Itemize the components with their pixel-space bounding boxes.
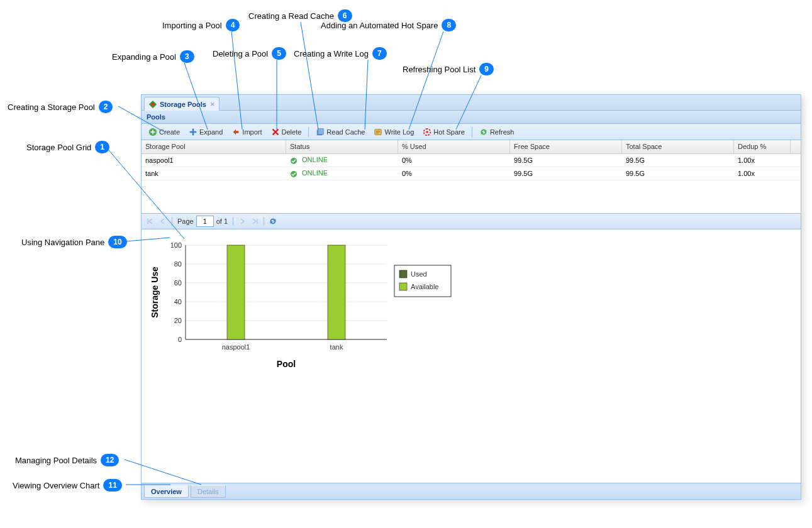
create-icon — [148, 128, 157, 136]
callout-badge: 4 — [226, 19, 240, 31]
import-button[interactable]: Import — [228, 126, 265, 138]
callout-badge: 10 — [108, 236, 126, 248]
delete-icon — [271, 128, 280, 136]
svg-text:60: 60 — [174, 279, 182, 287]
callout-label: Importing a Pool — [162, 21, 222, 30]
tab-overview[interactable]: Overview — [144, 485, 189, 498]
tab-details[interactable]: Details — [191, 485, 226, 498]
svg-text:100: 100 — [170, 241, 182, 249]
cell-used: 0% — [398, 168, 510, 179]
callout-badge: 7 — [372, 47, 387, 60]
callout-11: Viewing Overview Chart 11 — [13, 479, 122, 492]
callout-label: Creating a Write Log — [294, 49, 369, 58]
expand-button[interactable]: Expand — [185, 126, 226, 138]
hotspare-button[interactable]: Hot Spare — [419, 126, 469, 138]
close-icon[interactable]: ✕ — [210, 101, 215, 107]
status-online-icon — [290, 170, 298, 178]
callout-5: Deleting a Pool 5 — [213, 47, 286, 60]
storage-pools-window: Storage Pools ✕ Pools Create Expand Impo… — [141, 94, 801, 500]
toolbar-separator — [308, 127, 309, 137]
callout-3: Expanding a Pool 3 — [112, 50, 194, 63]
callout-9: Refreshing Pool List 9 — [403, 63, 494, 75]
delete-button[interactable]: Delete — [267, 126, 306, 138]
callout-label: Using Navigation Pane — [21, 238, 104, 247]
callout-badge: 2 — [99, 101, 113, 113]
cell-dedup: 1.00x — [734, 155, 791, 165]
button-label: Hot Spare — [433, 128, 465, 136]
callout-2: Creating a Storage Pool 2 — [8, 101, 113, 113]
create-button[interactable]: Create — [145, 126, 184, 138]
column-header-pool[interactable]: Storage Pool — [142, 140, 286, 153]
writelog-button[interactable]: Write Log — [370, 126, 418, 138]
refresh-button[interactable]: Refresh — [476, 126, 518, 138]
callout-label: Deleting a Pool — [213, 49, 268, 58]
cell-used: 0% — [398, 155, 510, 165]
button-label: Refresh — [490, 128, 514, 136]
tab-label: Storage Pools — [160, 101, 206, 108]
svg-point-6 — [426, 131, 429, 133]
callout-7: Creating a Write Log 7 — [294, 47, 387, 60]
top-tab-strip: Storage Pools ✕ — [142, 95, 801, 111]
first-page-button[interactable] — [145, 216, 155, 226]
callout-8: Adding an Automated Hot Spare 8 — [321, 19, 456, 31]
grid-header: Storage Pool Status % Used Free Space To… — [142, 140, 801, 154]
callout-badge: 5 — [272, 47, 286, 60]
tab-storage-pools[interactable]: Storage Pools ✕ — [144, 97, 220, 111]
svg-text:tank: tank — [330, 343, 343, 351]
svg-text:20: 20 — [174, 317, 182, 324]
cell-free: 99.5G — [510, 155, 622, 165]
prev-page-button[interactable] — [158, 216, 168, 226]
svg-text:naspool1: naspool1 — [222, 343, 250, 351]
svg-text:Pool: Pool — [277, 359, 296, 369]
last-page-button[interactable] — [250, 216, 260, 226]
table-row[interactable]: naspool1 ONLINE 0% 99.5G 99.5G 1.00x — [142, 154, 801, 167]
status-online-icon — [290, 157, 298, 165]
callout-badge: 12 — [101, 454, 119, 466]
callout-label: Creating a Storage Pool — [8, 102, 95, 112]
status-text: ONLINE — [302, 169, 328, 177]
callout-label: Viewing Overview Chart — [13, 481, 99, 490]
page-number-input[interactable] — [196, 216, 214, 227]
column-header-dedup[interactable]: Dedup % — [734, 140, 791, 153]
svg-text:40: 40 — [174, 298, 182, 305]
button-label: Import — [242, 128, 262, 136]
callout-label: Adding an Automated Hot Spare — [321, 21, 438, 30]
svg-text:Used: Used — [411, 270, 427, 278]
status-text: ONLINE — [302, 156, 328, 163]
hotspare-icon — [423, 128, 431, 136]
column-header-used[interactable]: % Used — [398, 140, 510, 153]
svg-rect-30 — [399, 270, 407, 278]
toolbar: Create Expand Import Delete Read Cache W… — [142, 124, 801, 140]
chart-area: 020406080100naspool1tankPoolStorage UseU… — [142, 229, 801, 449]
callout-4: Importing a Pool 4 — [162, 19, 240, 31]
svg-text:0: 0 — [178, 336, 182, 343]
readcache-icon — [316, 128, 325, 136]
callout-label: Refreshing Pool List — [403, 65, 476, 74]
button-label: Expand — [199, 128, 223, 136]
callout-label: Storage Pool Grid — [26, 143, 91, 152]
cell-total: 99.5G — [622, 155, 734, 165]
callout-label: Expanding a Pool — [112, 52, 176, 62]
callout-label: Managing Pool Details — [15, 456, 97, 465]
toolbar-separator — [472, 127, 472, 137]
callout-12: Managing Pool Details 12 — [15, 454, 119, 466]
svg-text:Storage Use: Storage Use — [150, 267, 160, 318]
callout-badge: 1 — [95, 141, 109, 153]
button-label: Delete — [282, 128, 302, 136]
svg-rect-32 — [399, 283, 407, 290]
cell-status: ONLINE — [286, 168, 398, 179]
refresh-icon — [479, 128, 488, 136]
column-header-free[interactable]: Free Space — [510, 140, 622, 153]
next-page-button[interactable] — [237, 216, 247, 226]
svg-rect-23 — [227, 245, 245, 339]
button-label: Create — [159, 128, 180, 136]
column-header-total[interactable]: Total Space — [622, 140, 734, 153]
table-row[interactable]: tank ONLINE 0% 99.5G 99.5G 1.00x — [142, 167, 801, 180]
paging-separator — [233, 217, 233, 226]
readcache-button[interactable]: Read Cache — [312, 126, 369, 138]
column-header-status[interactable]: Status — [286, 140, 398, 153]
panel-title: Pools — [142, 111, 801, 124]
svg-rect-4 — [318, 128, 324, 134]
svg-rect-25 — [328, 245, 345, 339]
refresh-page-button[interactable] — [268, 216, 278, 226]
